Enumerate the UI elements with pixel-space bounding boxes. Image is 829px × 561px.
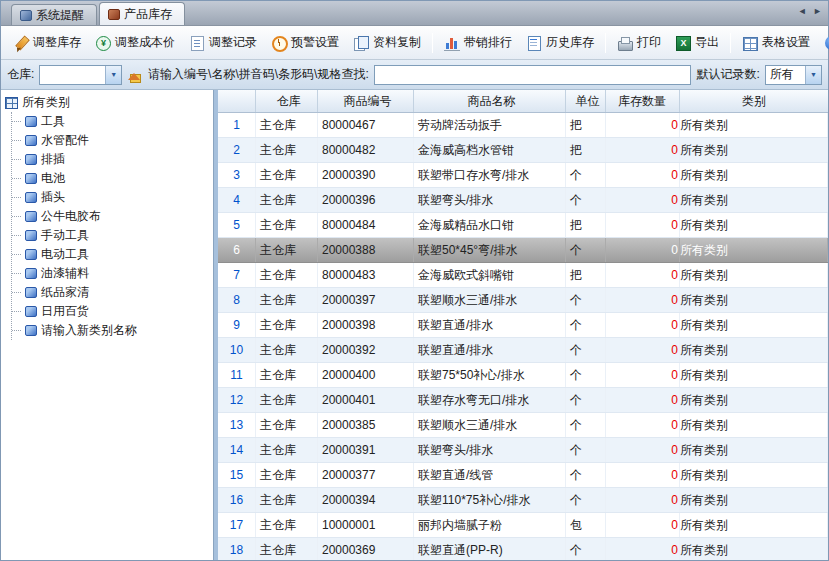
header-product-name[interactable]: 商品名称 <box>414 90 566 112</box>
cell-num: 14 <box>218 438 256 462</box>
tree-item[interactable]: 日用百货 <box>12 302 211 321</box>
tree-item[interactable]: 纸品家清 <box>12 283 211 302</box>
tab-product-inventory[interactable]: 产品库存 <box>99 2 185 25</box>
table-row[interactable]: 13主仓库20000385联塑顺水三通/排水个0所有类别 <box>218 413 828 438</box>
tab-scroll-left-icon[interactable]: ◄ <box>798 6 809 16</box>
cell-name: 劳动牌活动扳手 <box>414 113 566 137</box>
warehouse-label: 仓库: <box>7 66 34 83</box>
tree-item[interactable]: 插头 <box>12 188 211 207</box>
adjust-inventory-button[interactable]: 调整库存 <box>6 29 88 56</box>
copy-data-button[interactable]: 资料复制 <box>346 29 428 56</box>
table-row[interactable]: 2主仓库80000482金海威高档水管钳把0所有类别 <box>218 138 828 163</box>
cell-name: 金海威精品水口钳 <box>414 213 566 237</box>
table-row[interactable]: 9主仓库20000398联塑直通/排水个0所有类别 <box>218 313 828 338</box>
filter-bar: 仓库: ▼ 请输入编号\名称\拼音码\条形码\规格查找: 默认记录数: 所有 ▼ <box>1 60 828 90</box>
warning-settings-button[interactable]: 预警设置 <box>264 29 346 56</box>
tree-item[interactable]: 工具 <box>12 112 211 131</box>
tree-item-label: 油漆辅料 <box>41 265 89 282</box>
tree-item[interactable]: 公牛电胶布 <box>12 207 211 226</box>
cell-cat: 所有类别 <box>680 413 828 437</box>
cell-name: 联塑弯头/排水 <box>414 438 566 462</box>
adjust-cost-button[interactable]: 调整成本价 <box>88 29 182 56</box>
table-row[interactable]: 16主仓库20000394联塑110*75补心/排水个0所有类别 <box>218 488 828 513</box>
cell-code: 20000398 <box>318 313 414 337</box>
table-row[interactable]: 12主仓库20000401联塑存水弯无口/排水个0所有类别 <box>218 388 828 413</box>
header-unit[interactable]: 单位 <box>566 90 606 112</box>
cell-wh: 主仓库 <box>256 438 318 462</box>
cell-qty: 0 <box>606 313 680 337</box>
tree-connector <box>12 273 21 274</box>
table-row[interactable]: 15主仓库20000377联塑直通/线管个0所有类别 <box>218 463 828 488</box>
table-row[interactable]: 17主仓库10000001丽邦内墙腻子粉包0所有类别 <box>218 513 828 538</box>
copy-icon <box>353 35 369 51</box>
table-row[interactable]: 8主仓库20000397联塑顺水三通/排水个0所有类别 <box>218 288 828 313</box>
category-icon <box>25 173 37 184</box>
tree-item[interactable]: 请输入新类别名称 <box>12 321 211 340</box>
table-row[interactable]: 7主仓库80000483金海威欧式斜嘴钳把0所有类别 <box>218 263 828 288</box>
sales-rank-button[interactable]: 带销排行 <box>437 29 519 56</box>
tree-root-all-categories[interactable]: 所有类别 <box>3 93 211 112</box>
header-warehouse[interactable]: 仓库 <box>256 90 318 112</box>
tree-item-label: 请输入新类别名称 <box>41 322 137 339</box>
adjust-record-button[interactable]: 调整记录 <box>182 29 264 56</box>
app-window: 系统提醒 产品库存 ◄ ► 调整库存 调整成本价 调整记录 预警设置 <box>0 0 829 561</box>
cell-code: 80000482 <box>318 138 414 162</box>
chevron-down-icon: ▼ <box>105 66 121 84</box>
category-icon <box>25 135 37 146</box>
cell-cat: 所有类别 <box>680 288 828 312</box>
tree-item[interactable]: 手动工具 <box>12 226 211 245</box>
table-row[interactable]: 14主仓库20000391联塑弯头/排水个0所有类别 <box>218 438 828 463</box>
header-row-number[interactable] <box>218 90 256 112</box>
header-category[interactable]: 类别 <box>680 90 828 112</box>
tree-item[interactable]: 排插 <box>12 150 211 169</box>
table-row[interactable]: 3主仓库20000390联塑带口存水弯/排水个0所有类别 <box>218 163 828 188</box>
category-icon <box>25 230 37 241</box>
tree-connector <box>12 140 21 141</box>
cell-unit: 个 <box>566 288 606 312</box>
cell-num: 5 <box>218 213 256 237</box>
tree-item[interactable]: 电池 <box>12 169 211 188</box>
table-row[interactable]: 11主仓库20000400联塑75*50补心/排水个0所有类别 <box>218 363 828 388</box>
cell-code: 20000401 <box>318 388 414 412</box>
cell-num: 15 <box>218 463 256 487</box>
tab-system-alert[interactable]: 系统提醒 <box>11 4 97 25</box>
records-select[interactable]: 所有 ▼ <box>765 65 822 85</box>
cell-code: 20000400 <box>318 363 414 387</box>
home-icon[interactable] <box>127 67 143 83</box>
print-button[interactable]: 打印 <box>610 29 668 56</box>
cell-qty: 0 <box>606 138 680 162</box>
tree-item-label: 水管配件 <box>41 132 89 149</box>
cell-cat: 所有类别 <box>680 188 828 212</box>
cell-wh: 主仓库 <box>256 213 318 237</box>
header-stock-qty[interactable]: 库存数量 <box>606 90 680 112</box>
cell-num: 11 <box>218 363 256 387</box>
warehouse-select[interactable]: ▼ <box>39 65 122 85</box>
tab-scroll-right-icon[interactable]: ► <box>813 6 824 16</box>
table-row[interactable]: 5主仓库80000484金海威精品水口钳把0所有类别 <box>218 213 828 238</box>
table-row[interactable]: 18主仓库20000369联塑直通(PP-R)个0所有类别 <box>218 538 828 560</box>
tree-item[interactable]: 油漆辅料 <box>12 264 211 283</box>
cell-cat: 所有类别 <box>680 488 828 512</box>
history-stock-button[interactable]: 历史库存 <box>519 29 601 56</box>
cell-code: 20000388 <box>318 238 414 262</box>
tree-item-label: 手动工具 <box>41 227 89 244</box>
export-button[interactable]: 导出 <box>668 29 726 56</box>
table-row[interactable]: 4主仓库20000396联塑弯头/排水个0所有类别 <box>218 188 828 213</box>
header-product-code[interactable]: 商品编号 <box>318 90 414 112</box>
help-button[interactable]: 帮助 <box>817 29 829 56</box>
category-icon <box>25 116 37 127</box>
document-icon <box>189 35 205 51</box>
cell-unit: 把 <box>566 213 606 237</box>
table-row[interactable]: 6主仓库20000388联塑50*45°弯/排水个0所有类别 <box>218 238 828 263</box>
tree-item[interactable]: 水管配件 <box>12 131 211 150</box>
tree-item[interactable]: 电动工具 <box>12 245 211 264</box>
table-settings-button[interactable]: 表格设置 <box>735 29 817 56</box>
search-input[interactable] <box>374 65 692 85</box>
cell-name: 联塑75*50补心/排水 <box>414 363 566 387</box>
table-row[interactable]: 1主仓库80000467劳动牌活动扳手把0所有类别 <box>218 113 828 138</box>
cell-qty: 0 <box>606 263 680 287</box>
cell-cat: 所有类别 <box>680 338 828 362</box>
cell-qty: 0 <box>606 538 680 560</box>
cell-name: 金海威高档水管钳 <box>414 138 566 162</box>
table-row[interactable]: 10主仓库20000392联塑直通/排水个0所有类别 <box>218 338 828 363</box>
